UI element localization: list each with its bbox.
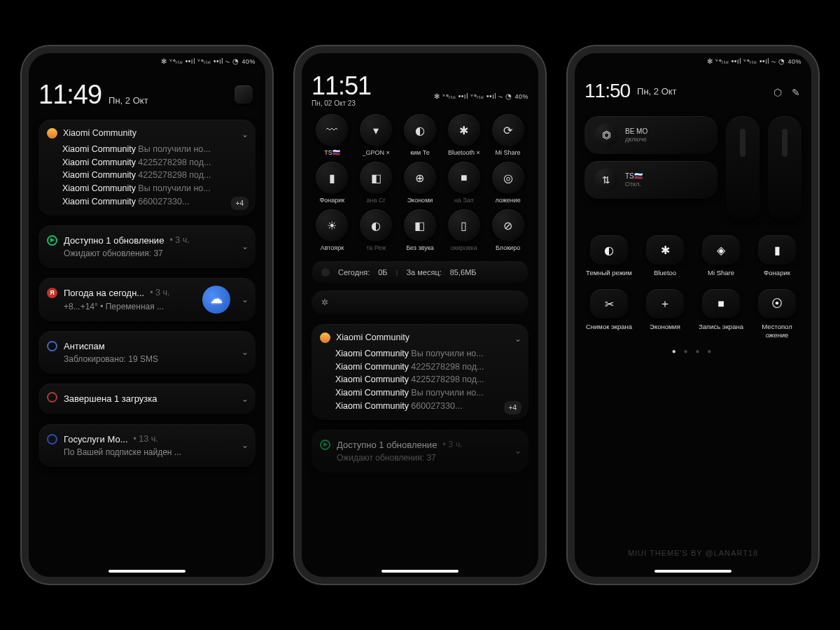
app-icon: [47, 128, 57, 139]
chevron-down-icon[interactable]: ⌄: [241, 293, 248, 306]
chevron-down-icon[interactable]: ⌄: [514, 444, 522, 457]
data-usage-pill[interactable]: Сегодня: 0Б | За месяц: 85,6МБ: [312, 261, 528, 284]
control-tile[interactable]: ■Запись экрана: [696, 289, 746, 339]
control-tile[interactable]: ◈Mi Share: [696, 235, 746, 276]
tile-label: Темный режим: [586, 269, 632, 276]
notification-line: Xiaomi Community Вы получили но...: [320, 386, 520, 400]
chevron-down-icon[interactable]: ⌄: [514, 332, 522, 345]
notification-xiaomi-community[interactable]: Xiaomi Community ⌄ Xiaomi Community Вы п…: [38, 120, 255, 216]
chevron-down-icon[interactable]: ⌄: [241, 439, 248, 451]
data-icon: [321, 268, 330, 276]
status-bar: ✻ ᵛᵒₗₜₑ ••ıl ᵛᵒₗₜₑ ••ıl ⏦ ◔ 40%: [707, 57, 802, 65]
wifi-icon: ⏣: [594, 123, 618, 147]
control-tile[interactable]: ✱Bluetoo: [640, 235, 690, 276]
page-dots[interactable]: ● ● ● ●: [584, 347, 802, 355]
qs-icon: ◧: [360, 162, 392, 194]
brightness-slider[interactable]: ✲: [312, 290, 528, 314]
chevron-down-icon[interactable]: ⌄: [241, 128, 248, 141]
control-tile[interactable]: ◐Темный режим: [584, 235, 634, 276]
tile-icon: ✱: [646, 235, 684, 265]
notification-gosuslugi[interactable]: Госуслуги Мо... • 13 ч. По Вашей подписк…: [38, 424, 255, 468]
mobile-data-tile[interactable]: ⇅ TS🇷🇺Откл.: [584, 161, 718, 199]
more-badge[interactable]: +4: [504, 401, 522, 414]
qs-label: _GPON ×: [363, 149, 390, 156]
qs-toggle[interactable]: ◎ложение: [487, 162, 528, 204]
control-tile[interactable]: ✂Снимок экрана: [584, 289, 634, 339]
notification-download[interactable]: Завершена 1 загрузка ⌄: [38, 384, 255, 414]
status-icons: ✻ ᵛᵒₗₜₑ ••ıl ᵛᵒₗₜₑ ••ıl ⏦ ◔: [707, 57, 785, 65]
qs-toggle[interactable]: ◧ана Сг: [356, 162, 397, 204]
qs-toggle[interactable]: ◐та Реж: [356, 209, 397, 251]
qs-toggle[interactable]: ✱Bluetooth ×: [443, 114, 484, 156]
tile-label: Снимок экрана: [586, 323, 632, 330]
notification-title: Госуслуги Мо...: [64, 433, 128, 447]
notification-updates[interactable]: ▶ Доступно 1 обновление • 3 ч. Ожидают о…: [38, 225, 255, 269]
qs-toggle[interactable]: ▮Фонарик: [312, 162, 353, 204]
status-icons: ✻ ᵛᵒₗₜₑ ••ıl ᵛᵒₗₜₑ ••ıl ⏦ ◔: [161, 57, 239, 65]
notification-weather[interactable]: Я Погода на сегодн... • 3 ч. +8...+14° •…: [38, 278, 255, 321]
chevron-down-icon[interactable]: ⌄: [241, 393, 248, 405]
status-bar: ✻ ᵛᵒₗₜₑ ••ıl ᵛᵒₗₜₑ ••ıl ⏦ ◔ 40%: [434, 92, 528, 100]
more-badge[interactable]: +4: [231, 197, 248, 210]
qs-toggle[interactable]: ▯окировка: [443, 209, 484, 251]
qs-toggle[interactable]: ⊘Блокиро: [487, 209, 528, 251]
notification-line: Xiaomi Community 4225278298 под...: [320, 373, 520, 386]
clock-date: Пн, 2 Окт: [108, 95, 148, 106]
brightness-slider[interactable]: [726, 116, 760, 221]
qs-label: ана Сг: [367, 197, 386, 204]
notification-title: Доступно 1 обновление: [64, 234, 164, 248]
qs-toggle[interactable]: ⊕Экономи: [400, 162, 441, 204]
notification-line: Xiaomi Community 4225278298 под...: [47, 156, 247, 169]
control-tile[interactable]: ⦿Местопол ожение: [752, 289, 802, 339]
app-icon: [320, 332, 330, 343]
app-name: Xiaomi Community: [63, 127, 136, 140]
notification-line: Xiaomi Community 4225278298 под...: [47, 169, 247, 182]
volume-slider[interactable]: [768, 116, 802, 221]
qs-toggle[interactable]: ■на Зап: [443, 162, 484, 204]
qs-label: Фонарик: [320, 197, 345, 204]
tile-icon: ◐: [590, 235, 628, 265]
chevron-down-icon[interactable]: ⌄: [241, 240, 248, 253]
control-tile[interactable]: ＋Экономия: [640, 289, 690, 339]
qs-toggle[interactable]: ▾_GPON ×: [356, 114, 397, 156]
qs-toggle[interactable]: 〰TS🇷🇺: [312, 114, 353, 156]
qs-icon: ☀: [316, 209, 348, 241]
home-indicator[interactable]: [382, 570, 458, 573]
clock-row: 11:49 Пн, 2 Окт: [38, 80, 255, 110]
battery-percent: 40%: [514, 93, 528, 100]
qs-label: Блокиро: [496, 244, 520, 251]
qs-label: Bluetooth ×: [448, 149, 480, 156]
qs-label: та Реж: [366, 244, 386, 251]
qs-label: ложение: [495, 197, 520, 204]
tile-icon: ＋: [646, 289, 684, 318]
tile-label: Экономия: [650, 323, 680, 330]
qs-icon: ⊕: [404, 162, 436, 194]
qs-toggle[interactable]: ☀Автоярк: [312, 209, 353, 251]
qs-toggle[interactable]: ◐ким Те: [400, 114, 441, 156]
notification-updates[interactable]: ▶ Доступно 1 обновление • 3 ч. Ожидают о…: [312, 430, 528, 473]
qs-icon: ◧: [404, 209, 436, 241]
qs-toggle[interactable]: ⟳Mi Share: [487, 114, 528, 156]
qs-label: Автоярк: [321, 244, 344, 251]
phone-notification-shade: ✻ ᵛᵒₗₜₑ ••ıl ᵛᵒₗₜₑ ••ıl ⏦ ◔ 40% 11:49 Пн…: [22, 46, 272, 584]
sim-icon: ⇅: [594, 168, 618, 192]
sim-title: TS🇷🇺: [625, 172, 643, 180]
qs-icon: ◎: [492, 162, 524, 194]
wifi-tile[interactable]: ⏣ BE MOдключе: [584, 116, 718, 154]
wifi-sub: дключе: [625, 136, 648, 144]
home-indicator[interactable]: [108, 570, 186, 573]
control-tile[interactable]: ▮Фонарик: [752, 235, 802, 276]
edit-icon[interactable]: ✎: [792, 87, 800, 98]
notification-antispam[interactable]: Антиспам Заблокировано: 19 SMS ⌄: [38, 331, 255, 374]
notification-xiaomi-community[interactable]: Xiaomi Community ⌄ Xiaomi Community Вы п…: [312, 324, 528, 420]
settings-icon[interactable]: ⬡: [774, 87, 782, 98]
play-store-icon: ▶: [47, 235, 57, 246]
chevron-down-icon[interactable]: ⌄: [241, 346, 248, 358]
brightness-icon: ✲: [321, 298, 328, 307]
notification-time: • 3 ч.: [150, 286, 169, 300]
yandex-icon: Я: [47, 288, 57, 298]
qs-toggle[interactable]: ◧Без звука: [400, 209, 441, 251]
home-indicator[interactable]: [654, 570, 732, 573]
smart-home-button[interactable]: [234, 85, 253, 104]
tile-icon: ⦿: [758, 289, 796, 318]
